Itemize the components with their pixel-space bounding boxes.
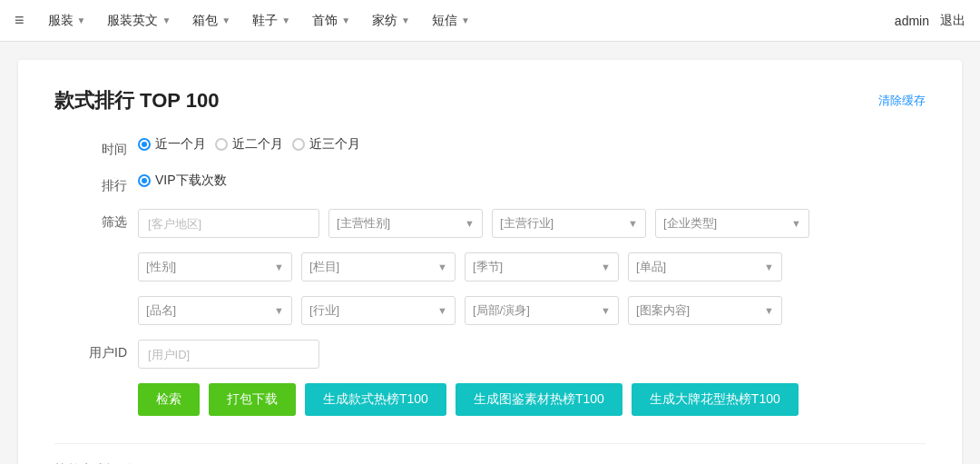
- btn-1-打包下载[interactable]: 打包下载: [209, 383, 296, 416]
- chevron-down-icon: ▼: [764, 262, 774, 272]
- chevron-down-icon: ▼: [221, 15, 230, 25]
- filter-label3: [54, 296, 127, 301]
- rank-option-area: VIP下载次数: [138, 173, 926, 189]
- filter-label2: [54, 252, 127, 258]
- rule-section: 榜单生成规则： 生成款式热榜T100 筛选'客户地区'，'主营性别'，'季节'，…: [54, 443, 926, 464]
- userid-input[interactable]: [138, 340, 319, 369]
- button-row: 检索打包下载生成款式热榜T100生成图鉴素材热榜T100生成大牌花型热榜T100: [54, 383, 926, 416]
- navbar: ≡ 服装 ▼服装英文 ▼箱包 ▼鞋子 ▼首饰 ▼家纺 ▼短信 ▼ admin 退…: [0, 0, 980, 42]
- rank-vip-option[interactable]: VIP下载次数: [138, 173, 227, 189]
- filter-select-label: [品名]: [146, 302, 176, 319]
- time-label: 时间: [54, 136, 127, 158]
- filter-select-label: [栏目]: [309, 259, 339, 275]
- radio-dot: [138, 138, 151, 151]
- filter-row2: [性别]▼[栏目]▼[季节]▼[单品]▼: [54, 252, 926, 281]
- nav-items: 服装 ▼服装英文 ▼箱包 ▼鞋子 ▼首饰 ▼家纺 ▼短信 ▼: [39, 0, 895, 42]
- userid-label: 用户ID: [54, 340, 127, 361]
- filter-select-filter-row2-1[interactable]: [栏目]▼: [301, 252, 456, 281]
- filter-select-filter-row3-2[interactable]: [局部/演身]▼: [465, 296, 619, 325]
- chevron-down-icon: ▼: [764, 305, 774, 316]
- filter-select-filter-row2-0[interactable]: [性别]▼: [138, 252, 292, 281]
- filter-select-label: [局部/演身]: [473, 302, 530, 319]
- filter-select-label: [季节]: [473, 259, 503, 275]
- btn-3-生成图鉴素材热榜T100[interactable]: 生成图鉴素材热榜T100: [456, 383, 622, 416]
- chevron-down-icon: ▼: [437, 305, 447, 316]
- chevron-down-icon: ▼: [401, 15, 410, 25]
- time-option-1[interactable]: 近二个月: [215, 136, 283, 153]
- userid-row: 用户ID: [54, 340, 926, 369]
- chevron-down-icon: ▼: [77, 15, 86, 25]
- btn-2-生成款式热榜T100[interactable]: 生成款式热榜T100: [305, 383, 446, 416]
- filter-row1: 筛选 [主营性别]▼[主营行业]▼[企业类型]▼: [54, 209, 926, 238]
- filter-select-label: [行业]: [309, 302, 339, 319]
- rank-label: 排行: [54, 173, 127, 194]
- time-option-label: 近三个月: [309, 136, 360, 153]
- filter-select-filter-row1-3[interactable]: [企业类型]▼: [655, 209, 809, 238]
- chevron-down-icon: ▼: [274, 305, 284, 316]
- filter-select-label: [性别]: [146, 259, 176, 275]
- rank-radio-dot: [138, 174, 151, 187]
- nav-item-首饰[interactable]: 首饰 ▼: [303, 0, 359, 42]
- time-option-0[interactable]: 近一个月: [138, 136, 206, 153]
- time-option-2[interactable]: 近三个月: [292, 136, 360, 153]
- filter-select-label: [单品]: [636, 259, 666, 275]
- filter-select-filter-row3-3[interactable]: [图案内容]▼: [628, 296, 782, 325]
- filter-select-filter-row2-3[interactable]: [单品]▼: [628, 252, 782, 281]
- filter-select-label: [主营性别]: [337, 215, 390, 232]
- page-header: 款式排行 TOP 100 清除缓存: [54, 87, 926, 114]
- nav-item-短信[interactable]: 短信 ▼: [423, 0, 479, 42]
- filter-content-1: [主营性别]▼[主营行业]▼[企业类型]▼: [138, 209, 926, 238]
- nav-item-箱包[interactable]: 箱包 ▼: [183, 0, 240, 42]
- nav-logout-button[interactable]: 退出: [940, 13, 965, 29]
- nav-item-鞋子[interactable]: 鞋子 ▼: [243, 0, 299, 42]
- chevron-down-icon: ▼: [465, 218, 475, 229]
- filter-select-label: [主营行业]: [500, 215, 554, 232]
- filter-content-2: [性别]▼[栏目]▼[季节]▼[单品]▼: [138, 252, 926, 281]
- chevron-down-icon: ▼: [437, 262, 447, 272]
- nav-item-服装英文[interactable]: 服装英文 ▼: [98, 0, 180, 42]
- nav-item-服装[interactable]: 服装 ▼: [39, 0, 95, 42]
- userid-content: [138, 340, 926, 369]
- radio-dot: [215, 138, 228, 151]
- btn-0-检索[interactable]: 检索: [138, 383, 200, 416]
- rank-option-label: VIP下载次数: [155, 173, 227, 189]
- page-title: 款式排行 TOP 100: [54, 87, 219, 114]
- filter-select-filter-row2-2[interactable]: [季节]▼: [465, 252, 619, 281]
- button-area: 检索打包下载生成款式热榜T100生成图鉴素材热榜T100生成大牌花型热榜T100: [138, 383, 926, 416]
- chevron-down-icon: ▼: [162, 15, 171, 25]
- chevron-down-icon: ▼: [601, 305, 611, 316]
- time-options: 近一个月近二个月近三个月: [138, 136, 926, 153]
- main-panel: 款式排行 TOP 100 清除缓存 时间 近一个月近二个月近三个月 排行 VIP…: [18, 60, 962, 464]
- chevron-down-icon: ▼: [461, 15, 470, 25]
- filter-select-filter-row3-1[interactable]: [行业]▼: [301, 296, 456, 325]
- nav-right: admin 退出: [895, 13, 965, 29]
- chevron-down-icon: ▼: [791, 218, 801, 229]
- filter-content-3: [品名]▼[行业]▼[局部/演身]▼[图案内容]▼: [138, 296, 926, 325]
- radio-dot: [292, 138, 305, 151]
- nav-admin-label: admin: [895, 14, 929, 28]
- filter-label: 筛选: [54, 209, 127, 231]
- button-label-spacer: [54, 383, 127, 389]
- chevron-down-icon: ▼: [274, 262, 284, 272]
- filter-select-label: [图案内容]: [636, 302, 690, 319]
- chevron-down-icon: ▼: [628, 218, 638, 229]
- filter-select-filter-row1-1[interactable]: [主营性别]▼: [328, 209, 483, 238]
- time-option-label: 近一个月: [155, 136, 206, 153]
- filter-select-filter-row3-0[interactable]: [品名]▼: [138, 296, 292, 325]
- filter-select-filter-row1-2[interactable]: [主营行业]▼: [492, 209, 646, 238]
- hamburger-icon[interactable]: ≡: [15, 11, 24, 30]
- time-row: 时间 近一个月近二个月近三个月: [54, 136, 926, 158]
- btn-4-生成大牌花型热榜T100[interactable]: 生成大牌花型热榜T100: [632, 383, 799, 416]
- nav-item-家纺[interactable]: 家纺 ▼: [363, 0, 419, 42]
- chevron-down-icon: ▼: [341, 15, 350, 25]
- chevron-down-icon: ▼: [601, 262, 611, 272]
- chevron-down-icon: ▼: [281, 15, 290, 25]
- filter-row3: [品名]▼[行业]▼[局部/演身]▼[图案内容]▼: [54, 296, 926, 325]
- clear-cache-button[interactable]: 清除缓存: [878, 93, 926, 109]
- filter-input-filter-row1-0[interactable]: [138, 209, 319, 238]
- rank-row: 排行 VIP下载次数: [54, 173, 926, 194]
- filter-select-label: [企业类型]: [663, 215, 717, 232]
- time-option-label: 近二个月: [232, 136, 283, 153]
